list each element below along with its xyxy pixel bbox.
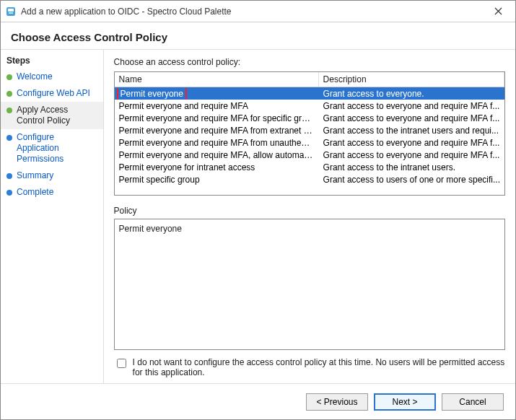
opt-out-label: I do not want to configure the access co…	[133, 357, 505, 377]
table-row[interactable]: Permit everyone and require MFA for spec…	[115, 112, 504, 124]
step-bullet-icon	[6, 173, 12, 179]
cell-desc: Grant access to the intranet users.	[319, 162, 504, 173]
close-button[interactable]	[485, 3, 511, 20]
table-row[interactable]: Permit everyone and require MFA Grant ac…	[115, 100, 504, 112]
step-label: Configure Web API	[17, 88, 97, 99]
previous-button[interactable]: < Previous	[306, 393, 368, 411]
cell-name: Permit everyone and require MFA, allow a…	[115, 149, 319, 161]
step-bullet-icon	[6, 91, 12, 97]
cell-desc: Grant access to users of one or more spe…	[319, 174, 504, 185]
page-heading: Choose Access Control Policy	[11, 31, 505, 43]
cell-name: Permit everyone and require MFA for spec…	[115, 113, 319, 124]
cell-desc: Grant access to everyone and require MFA…	[319, 113, 504, 124]
next-label: Next >	[392, 397, 417, 407]
body: Steps Welcome Configure Web API Apply Ac…	[1, 49, 515, 383]
previous-label: < Previous	[316, 397, 357, 407]
cell-desc: Grant access to everyone and require MFA…	[319, 100, 504, 112]
table-row[interactable]: Permit everyone Grant access to everyone…	[115, 87, 504, 100]
col-name[interactable]: Name	[115, 72, 319, 87]
footer: < Previous Next > Cancel	[1, 383, 515, 419]
heading-row: Choose Access Control Policy	[1, 22, 515, 49]
cancel-button[interactable]: Cancel	[442, 393, 504, 411]
step-configure-application-permissions[interactable]: Configure Application Permissions	[1, 129, 103, 167]
cell-desc: Grant access to the intranet users and r…	[319, 125, 504, 136]
step-label: Configure Application Permissions	[17, 132, 97, 165]
step-complete[interactable]: Complete	[1, 184, 103, 201]
cell-name: Permit everyone and require MFA	[115, 100, 319, 112]
step-label: Summary	[17, 170, 97, 181]
svg-rect-2	[9, 12, 13, 14]
opt-out-row[interactable]: I do not want to configure the access co…	[114, 357, 505, 377]
step-configure-web-api[interactable]: Configure Web API	[1, 85, 103, 102]
policy-text: Permit everyone	[119, 224, 182, 234]
cell-name: Permit everyone and require MFA from una…	[115, 137, 319, 149]
step-apply-access-control-policy[interactable]: Apply Access Control Policy	[1, 102, 103, 129]
step-label: Apply Access Control Policy	[17, 105, 97, 126]
next-button[interactable]: Next >	[374, 393, 436, 411]
cell-name: Permit specific group	[115, 174, 319, 185]
table-header: Name Description	[115, 72, 504, 87]
cell-desc: Grant access to everyone and require MFA…	[319, 149, 504, 161]
app-icon	[5, 6, 17, 17]
table-body: Permit everyone Grant access to everyone…	[115, 87, 504, 185]
cell-name: Permit everyone	[115, 88, 319, 100]
steps-header: Steps	[1, 54, 103, 69]
cell-name: Permit everyone for intranet access	[115, 162, 319, 173]
steps-sidebar: Steps Welcome Configure Web API Apply Ac…	[1, 50, 104, 383]
opt-out-checkbox[interactable]	[117, 359, 126, 368]
step-label: Complete	[17, 187, 97, 198]
titlebar: Add a new application to OIDC - Spectro …	[1, 1, 515, 22]
policy-table[interactable]: Name Description Permit everyone Grant a…	[114, 71, 505, 196]
step-welcome[interactable]: Welcome	[1, 69, 103, 85]
titlebar-title: Add a new application to OIDC - Spectro …	[21, 6, 485, 17]
table-row[interactable]: Permit specific group Grant access to us…	[115, 173, 504, 185]
col-description[interactable]: Description	[319, 72, 504, 87]
step-bullet-icon	[6, 190, 12, 196]
table-row[interactable]: Permit everyone and require MFA from ext…	[115, 124, 504, 136]
step-bullet-icon	[6, 135, 12, 141]
step-label: Welcome	[17, 71, 97, 82]
svg-rect-1	[8, 9, 14, 12]
cell-desc: Grant access to everyone.	[319, 88, 504, 100]
table-row[interactable]: Permit everyone and require MFA from una…	[115, 136, 504, 149]
dialog-window: Add a new application to OIDC - Spectro …	[0, 0, 516, 420]
step-bullet-icon	[6, 108, 12, 113]
step-summary[interactable]: Summary	[1, 167, 103, 184]
table-row[interactable]: Permit everyone for intranet access Gran…	[115, 161, 504, 173]
table-row[interactable]: Permit everyone and require MFA, allow a…	[115, 149, 504, 161]
highlight-box: Permit everyone	[119, 89, 185, 99]
policy-textbox[interactable]: Permit everyone	[114, 219, 505, 350]
cell-name: Permit everyone and require MFA from ext…	[115, 125, 319, 136]
main-content: Choose an access control policy: Name De…	[104, 50, 515, 383]
policy-label: Policy	[114, 206, 505, 216]
step-bullet-icon	[6, 74, 12, 80]
choose-policy-label: Choose an access control policy:	[114, 57, 505, 67]
cell-desc: Grant access to everyone and require MFA…	[319, 137, 504, 149]
cancel-label: Cancel	[459, 397, 486, 407]
